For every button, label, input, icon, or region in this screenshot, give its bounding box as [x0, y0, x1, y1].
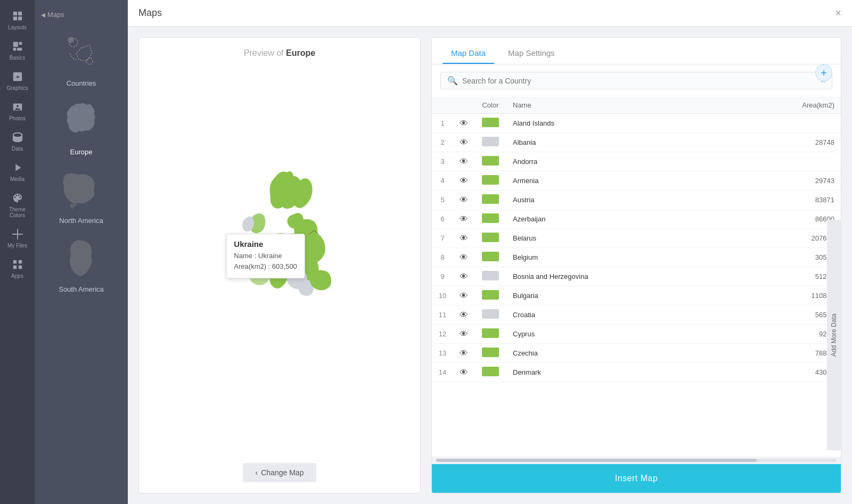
row-area: 29743: [788, 171, 841, 191]
europe-label: Europe: [70, 148, 93, 156]
row-visibility-toggle[interactable]: 👁: [453, 325, 474, 344]
row-visibility-toggle[interactable]: 👁: [453, 305, 474, 325]
preview-panel: Preview of Europe: [138, 37, 421, 493]
row-visibility-toggle[interactable]: 👁: [453, 267, 474, 286]
sidebar-item-graphics-label: Graphics: [6, 85, 28, 91]
map-item-south-america[interactable]: South America: [35, 230, 128, 299]
row-color[interactable]: [474, 114, 506, 133]
color-swatch: [482, 290, 499, 300]
map-item-north-america[interactable]: North America: [35, 161, 128, 230]
row-color[interactable]: [474, 325, 506, 344]
sidebar-item-data[interactable]: Data: [0, 127, 35, 156]
row-color[interactable]: [474, 305, 506, 325]
chevron-left-icon: ‹: [256, 468, 258, 477]
svg-marker-13: [76, 45, 92, 61]
sidebar-item-basics[interactable]: Basics: [0, 36, 35, 65]
sidebar-item-theme-colors[interactable]: Theme Colors: [0, 187, 35, 222]
tab-map-settings[interactable]: Map Settings: [499, 43, 563, 64]
row-visibility-toggle[interactable]: 👁: [453, 363, 474, 382]
table-row: 5 👁 Austria 83871: [432, 191, 841, 210]
eye-icon: 👁: [460, 291, 468, 300]
row-num: 6: [432, 210, 453, 229]
col-num: [432, 97, 453, 114]
row-visibility-toggle[interactable]: 👁: [453, 344, 474, 363]
row-color[interactable]: [474, 171, 506, 191]
row-visibility-toggle[interactable]: 👁: [453, 171, 474, 191]
row-color[interactable]: [474, 344, 506, 363]
row-visibility-toggle[interactable]: 👁: [453, 133, 474, 152]
add-more-data-button[interactable]: Add More Data: [827, 220, 841, 450]
row-visibility-toggle[interactable]: 👁: [453, 191, 474, 210]
sidebar-item-apps[interactable]: Apps: [0, 254, 35, 283]
row-visibility-toggle[interactable]: 👁: [453, 152, 474, 171]
horizontal-scrollbar[interactable]: [432, 457, 841, 464]
table-row: 13 👁 Czechia 78865: [432, 344, 841, 363]
countries-map-preview: [55, 29, 108, 77]
svg-rect-10: [13, 266, 16, 269]
row-color[interactable]: [474, 229, 506, 248]
color-swatch: [482, 348, 499, 357]
row-num: 10: [432, 286, 453, 305]
close-button[interactable]: ×: [835, 7, 841, 19]
row-visibility-toggle[interactable]: 👁: [453, 229, 474, 248]
table-row: 12 👁 Cyprus 9251: [432, 325, 841, 344]
table-container[interactable]: Color Name Area(km2) 1 👁 Aland Islands 2…: [432, 97, 841, 457]
eye-icon: 👁: [460, 157, 468, 166]
row-visibility-toggle[interactable]: 👁: [453, 210, 474, 229]
insert-map-button[interactable]: Insert Map: [432, 464, 841, 493]
tab-map-data[interactable]: Map Data: [443, 43, 494, 64]
svg-rect-11: [18, 266, 21, 269]
sidebar-item-photos[interactable]: Photos: [0, 96, 35, 126]
row-color[interactable]: [474, 152, 506, 171]
sidebar-item-my-files[interactable]: My Files: [0, 224, 35, 253]
row-color[interactable]: [474, 133, 506, 152]
row-area: 28748: [788, 133, 841, 152]
row-country-name: Aland Islands: [506, 114, 788, 133]
page-title: Maps: [138, 7, 162, 19]
row-color[interactable]: [474, 363, 506, 382]
europe-map-preview: [55, 98, 108, 146]
sidebar-item-graphics[interactable]: Graphics: [0, 66, 35, 95]
row-country-name: Denmark: [506, 363, 788, 382]
map-item-europe[interactable]: Europe: [35, 93, 128, 161]
col-color: Color: [474, 97, 506, 114]
eye-icon: 👁: [460, 368, 468, 377]
search-input[interactable]: [462, 77, 821, 85]
map-item-countries[interactable]: Countries: [35, 24, 128, 93]
eye-icon: 👁: [460, 195, 468, 204]
sidebar-item-media[interactable]: Media: [0, 157, 35, 186]
row-color[interactable]: [474, 248, 506, 267]
svg-rect-0: [13, 12, 17, 15]
change-map-label: Change Map: [261, 468, 304, 477]
row-country-name: Azerbaijan: [506, 210, 788, 229]
svg-rect-9: [18, 260, 21, 263]
row-color[interactable]: [474, 286, 506, 305]
theme-colors-icon: [11, 192, 24, 204]
row-num: 1: [432, 114, 453, 133]
sidebar-item-layouts[interactable]: Layouts: [0, 5, 35, 35]
row-color[interactable]: [474, 210, 506, 229]
row-country-name: Austria: [506, 191, 788, 210]
south-america-label: South America: [59, 285, 104, 293]
row-area: [788, 114, 841, 133]
row-country-name: Andorra: [506, 152, 788, 171]
row-visibility-toggle[interactable]: 👁: [453, 114, 474, 133]
photos-icon: [11, 101, 24, 113]
row-num: 7: [432, 229, 453, 248]
row-color[interactable]: [474, 267, 506, 286]
eye-icon: 👁: [460, 214, 468, 224]
map-svg-container: Ukraine Name : Ukraine Area(km2) : 603,5…: [139, 58, 420, 463]
data-icon: [11, 131, 24, 144]
sidebar-item-my-files-label: My Files: [7, 243, 27, 249]
add-button[interactable]: +: [815, 64, 832, 81]
eye-icon: 👁: [460, 349, 468, 358]
row-country-name: Belgium: [506, 248, 788, 267]
table-row: 7 👁 Belarus 207600: [432, 229, 841, 248]
row-area: [788, 152, 841, 171]
row-color[interactable]: [474, 191, 506, 210]
change-map-button[interactable]: ‹ Change Map: [243, 463, 317, 482]
row-area: 83871: [788, 191, 841, 210]
back-button[interactable]: ◂ Maps: [35, 5, 128, 24]
row-visibility-toggle[interactable]: 👁: [453, 248, 474, 267]
row-visibility-toggle[interactable]: 👁: [453, 286, 474, 305]
